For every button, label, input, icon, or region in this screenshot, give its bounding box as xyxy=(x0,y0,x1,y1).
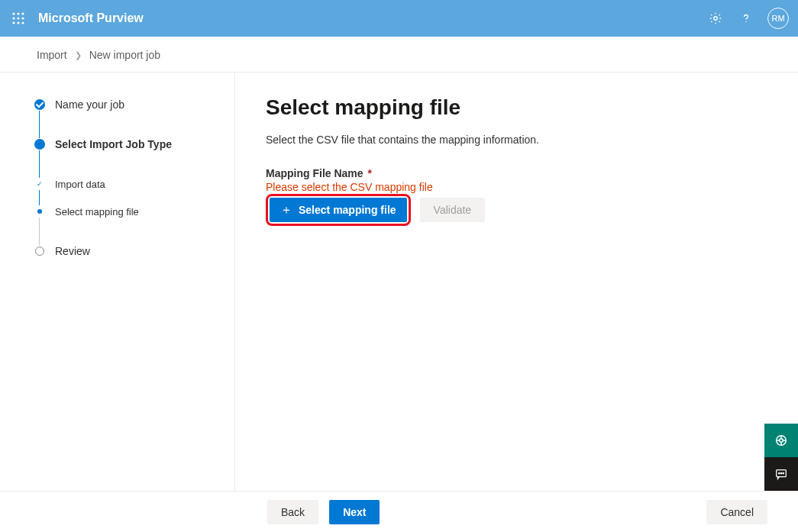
svg-point-9 xyxy=(714,17,718,21)
button-row: ＋ Select mapping file Validate xyxy=(266,194,767,226)
help-icon[interactable] xyxy=(734,6,758,31)
step-select-mapping-file[interactable]: Select mapping file xyxy=(34,205,234,218)
help-widget-button[interactable] xyxy=(764,424,798,457)
svg-point-0 xyxy=(12,12,15,15)
breadcrumb: Import ❯ New import job xyxy=(0,37,798,73)
validate-button: Validate xyxy=(420,198,486,222)
step-connector xyxy=(39,190,234,205)
step-label: Name your job xyxy=(55,98,124,111)
mini-check-icon: ✓ xyxy=(37,180,43,188)
breadcrumb-current: New import job xyxy=(89,49,160,61)
svg-point-12 xyxy=(780,439,783,443)
svg-point-5 xyxy=(21,17,24,19)
page-description: Select the CSV file that contains the ma… xyxy=(266,134,767,146)
content: Name your job Select Import Job Type ✓ I… xyxy=(0,73,798,491)
step-label: Select mapping file xyxy=(55,206,139,218)
dot-icon xyxy=(34,139,45,150)
breadcrumb-root[interactable]: Import xyxy=(37,49,67,61)
step-connector xyxy=(39,150,234,178)
back-button[interactable]: Back xyxy=(267,500,318,524)
feedback-widget-button[interactable] xyxy=(764,457,798,491)
step-review[interactable]: Review xyxy=(34,245,234,257)
product-name: Microsoft Purview xyxy=(38,11,144,25)
plus-icon: ＋ xyxy=(280,202,292,218)
main-panel: Select mapping file Select the CSV file … xyxy=(235,73,798,491)
svg-point-14 xyxy=(779,472,780,473)
svg-point-7 xyxy=(17,21,19,24)
step-import-data[interactable]: ✓ Import data xyxy=(34,178,234,190)
field-label: Mapping File Name * xyxy=(266,167,767,179)
header-right: RM xyxy=(703,6,789,31)
wizard-stepper: Name your job Select Import Job Type ✓ I… xyxy=(0,73,235,491)
mini-dot-icon xyxy=(37,209,42,214)
step-connector xyxy=(39,111,234,138)
required-asterisk: * xyxy=(365,167,372,179)
callout-highlight: ＋ Select mapping file xyxy=(266,194,411,226)
step-label: Review xyxy=(55,245,90,257)
button-label: Select mapping file xyxy=(299,204,396,216)
svg-point-2 xyxy=(21,12,24,15)
header-left: Microsoft Purview xyxy=(0,0,144,37)
svg-point-16 xyxy=(783,472,783,473)
svg-point-1 xyxy=(17,12,19,15)
wizard-footer: Back Next Cancel xyxy=(0,491,798,532)
avatar-initials: RM xyxy=(771,14,784,23)
select-mapping-file-button[interactable]: ＋ Select mapping file xyxy=(270,198,407,222)
chevron-right-icon: ❯ xyxy=(75,50,82,60)
field-label-text: Mapping File Name xyxy=(266,167,363,179)
step-connector xyxy=(39,218,234,245)
step-label: Import data xyxy=(55,179,105,190)
settings-icon[interactable] xyxy=(703,6,728,31)
step-select-import-job-type[interactable]: Select Import Job Type xyxy=(34,138,234,150)
svg-point-6 xyxy=(12,21,15,24)
svg-point-8 xyxy=(21,21,24,24)
page-title: Select mapping file xyxy=(266,95,767,120)
user-avatar[interactable]: RM xyxy=(767,8,789,29)
step-name-your-job[interactable]: Name your job xyxy=(34,98,234,111)
svg-point-10 xyxy=(745,21,746,22)
step-label: Select Import Job Type xyxy=(55,138,172,150)
svg-point-3 xyxy=(12,17,15,19)
svg-point-15 xyxy=(780,472,781,473)
app-launcher-icon[interactable] xyxy=(0,0,37,37)
app-header: Microsoft Purview RM xyxy=(0,0,798,37)
svg-point-4 xyxy=(17,17,19,19)
cancel-button[interactable]: Cancel xyxy=(706,500,767,524)
check-icon xyxy=(34,99,45,110)
error-message: Please select the CSV mapping file xyxy=(266,181,767,193)
next-button[interactable]: Next xyxy=(329,500,380,524)
circle-icon xyxy=(35,247,44,256)
